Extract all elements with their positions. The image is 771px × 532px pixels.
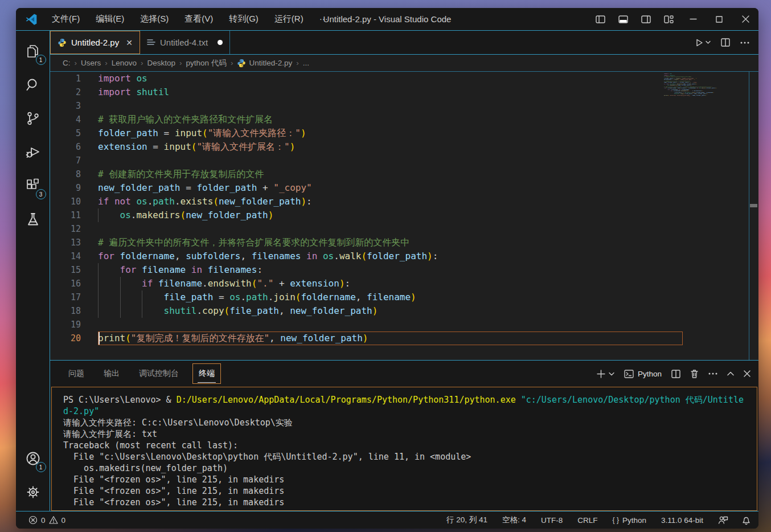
close-window-button[interactable]: [732, 8, 758, 30]
breadcrumb-item-file[interactable]: Untitled-2.py: [237, 59, 292, 68]
code-line-8[interactable]: 8# 创建新的文件夹用于存放复制后的文件: [50, 167, 758, 181]
maximize-button[interactable]: [706, 8, 732, 30]
code-line-15[interactable]: 15 for filename in filenames:: [50, 263, 758, 277]
code-text: new_folder_path = folder_path + "_copy": [98, 181, 758, 195]
run-python-file-icon[interactable]: [695, 38, 711, 47]
breadcrumb-label: Untitled-2.py: [249, 59, 292, 67]
tab-untitled-2-py[interactable]: Untitled-2.py✕: [50, 31, 140, 54]
code-line-4[interactable]: 4# 获取用户输入的文件夹路径和文件扩展名: [50, 113, 758, 126]
code-line-6[interactable]: 6extension = input("请输入文件扩展名："): [50, 140, 758, 154]
sidebar-item-search[interactable]: [19, 70, 47, 100]
code-line-1[interactable]: 1import os: [50, 72, 758, 85]
code-line-2[interactable]: 2import shutil: [50, 85, 758, 99]
more-actions-icon[interactable]: [740, 42, 749, 44]
breadcrumb-item-symbol-more[interactable]: ...: [303, 59, 309, 67]
tab-untitled-4-txt[interactable]: Untitled-4.txt: [140, 31, 230, 54]
explorer-badge: 1: [36, 55, 46, 65]
bell-icon[interactable]: [742, 515, 751, 525]
menu-edit[interactable]: 编辑(E): [89, 11, 130, 27]
terminal-output[interactable]: PS C:\Users\Lenovo> & D:/Users/Lenovo/Ap…: [51, 387, 757, 511]
indent-guide: [120, 304, 121, 318]
status-encoding[interactable]: UTF-8: [541, 516, 563, 525]
close-tab-icon[interactable]: ✕: [126, 38, 133, 47]
line-number: 5: [50, 126, 98, 140]
toggle-panel-icon[interactable]: [612, 8, 634, 30]
feedback-icon[interactable]: [718, 515, 728, 525]
indent-guide: [142, 290, 142, 304]
terminal-line-6: File "c:\Users\Lenovo\Desktop\python 代码\…: [63, 451, 757, 463]
sidebar-item-testing[interactable]: [19, 204, 47, 234]
line-number: 9: [50, 181, 98, 195]
menu-view[interactable]: 查看(V): [178, 11, 219, 27]
breadcrumb-item-lenovo[interactable]: Lenovo: [112, 59, 137, 67]
code-line-16[interactable]: 16 if filename.endswith("." + extension)…: [50, 277, 758, 290]
code-line-3[interactable]: 3: [50, 99, 758, 113]
error-icon: [28, 515, 38, 525]
split-terminal-icon[interactable]: [671, 370, 680, 378]
code-line-12[interactable]: 12: [50, 222, 758, 236]
accounts-button[interactable]: 1: [19, 444, 47, 473]
indent-guide: [98, 263, 99, 277]
gear-icon: [24, 484, 42, 501]
code-line-17[interactable]: 17 file_path = os.path.join(foldername, …: [50, 290, 758, 304]
code-line-13[interactable]: 13# 遍历文件夹中的所有文件，并将符合扩展名要求的文件复制到新的文件夹中: [50, 236, 758, 249]
line-number: 1: [50, 72, 98, 85]
breadcrumb-label: Desktop: [147, 59, 176, 67]
breadcrumb-item-users[interactable]: Users: [81, 59, 101, 67]
status-eol[interactable]: CRLF: [577, 516, 597, 525]
code-text: # 获取用户输入的文件夹路径和文件扩展名: [98, 113, 758, 126]
bottom-panel: 问题输出调试控制台终端 Python: [50, 360, 758, 511]
code-text: extension = input("请输入文件扩展名："): [98, 140, 758, 154]
code-line-14[interactable]: 14for foldername, subfolders, filenames …: [50, 249, 758, 263]
menu-selection[interactable]: 选择(S): [134, 11, 175, 27]
line-number: 7: [50, 154, 98, 167]
code-text: import shutil: [98, 85, 758, 99]
panel-more-icon[interactable]: [708, 373, 717, 375]
code-editor[interactable]: import osimport shutil# 获取用户输入的文件夹路径和文件扩…: [50, 72, 758, 360]
code-line-7[interactable]: 7: [50, 154, 758, 167]
titlebar: 文件(F)编辑(E)选择(S)查看(V)转到(G)运行(R)··· Untitl…: [16, 8, 758, 31]
code-line-20[interactable]: 20print("复制完成！复制后的文件存放在", new_folder_pat…: [50, 332, 758, 345]
settings-button[interactable]: [19, 477, 47, 507]
kill-terminal-trash-icon[interactable]: [690, 369, 699, 378]
breadcrumb-item-python-folder[interactable]: python 代码: [186, 58, 227, 68]
problems-status[interactable]: 0 0: [28, 515, 65, 525]
code-line-11[interactable]: 11 os.makedirs(new_folder_path): [50, 208, 758, 222]
status-language-mode[interactable]: { }Python: [613, 516, 646, 525]
code-line-9[interactable]: 9new_folder_path = folder_path + "_copy": [50, 181, 758, 195]
breadcrumb-separator: ›: [296, 59, 299, 67]
code-line-10[interactable]: 10if not os.path.exists(new_folder_path)…: [50, 195, 758, 208]
sidebar-item-extensions[interactable]: 3: [19, 171, 47, 200]
panel-tab-debug-console[interactable]: 调试控制台: [133, 364, 184, 383]
status-label: 3.11.0 64-bit: [661, 516, 703, 525]
toggle-secondary-sidebar-icon[interactable]: [634, 8, 657, 30]
sidebar-item-source-control[interactable]: [19, 104, 47, 133]
status-indentation[interactable]: 空格: 4: [502, 515, 526, 525]
status-python-version[interactable]: 3.11.0 64-bit: [661, 516, 703, 525]
panel-tab-terminal[interactable]: 终端: [192, 363, 221, 384]
code-line-5[interactable]: 5folder_path = input("请输入文件夹路径："): [50, 126, 758, 140]
modified-dot-icon[interactable]: [218, 40, 223, 45]
breadcrumb-item-desktop[interactable]: Desktop: [147, 59, 176, 67]
new-terminal-button[interactable]: [597, 370, 614, 378]
menu-run[interactable]: 运行(R): [268, 11, 310, 27]
code-line-18[interactable]: 18 shutil.copy(file_path, new_folder_pat…: [50, 304, 758, 318]
status-cursor-position[interactable]: 行 20, 列 41: [446, 515, 487, 525]
menu-file[interactable]: 文件(F): [46, 11, 86, 27]
panel-tab-problems[interactable]: 问题: [63, 364, 90, 383]
maximize-panel-icon[interactable]: [727, 371, 734, 376]
panel-tab-output[interactable]: 输出: [98, 364, 125, 383]
customize-layout-icon[interactable]: [657, 8, 680, 30]
menu-goto[interactable]: 转到(G): [223, 11, 265, 27]
sidebar-item-run-debug[interactable]: [19, 137, 47, 167]
editor-tabs: Untitled-2.py✕Untitled-4.txt: [50, 31, 758, 55]
breadcrumb-item-drive[interactable]: C:: [63, 59, 71, 67]
minimize-button[interactable]: [680, 8, 706, 30]
sidebar-item-explorer[interactable]: 1: [19, 36, 47, 66]
terminal-instance-python[interactable]: Python: [624, 370, 662, 378]
code-line-19[interactable]: 19: [50, 318, 758, 332]
close-panel-icon[interactable]: [744, 370, 751, 377]
split-editor-icon[interactable]: [721, 38, 730, 47]
toggle-primary-sidebar-icon[interactable]: [589, 8, 612, 30]
terminal-line-5: Traceback (most recent call last):: [63, 440, 757, 451]
